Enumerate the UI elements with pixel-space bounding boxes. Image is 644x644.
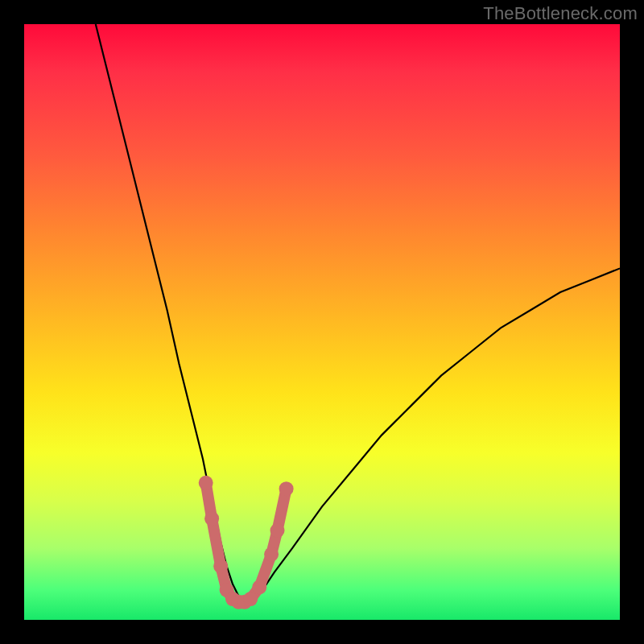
data-marker xyxy=(204,511,219,526)
chart-svg xyxy=(24,24,620,620)
data-marker xyxy=(279,481,294,496)
data-marker xyxy=(199,476,213,490)
chart-frame: TheBottleneck.com xyxy=(0,0,644,644)
data-marker xyxy=(270,523,285,538)
data-marker xyxy=(243,592,258,606)
marker-connector xyxy=(206,483,287,602)
data-marker xyxy=(213,559,228,573)
data-marker xyxy=(264,547,279,562)
data-marker xyxy=(252,580,266,594)
chart-plot-area xyxy=(24,24,620,620)
watermark-text: TheBottleneck.com xyxy=(483,3,638,24)
bottleneck-curve xyxy=(96,24,620,602)
